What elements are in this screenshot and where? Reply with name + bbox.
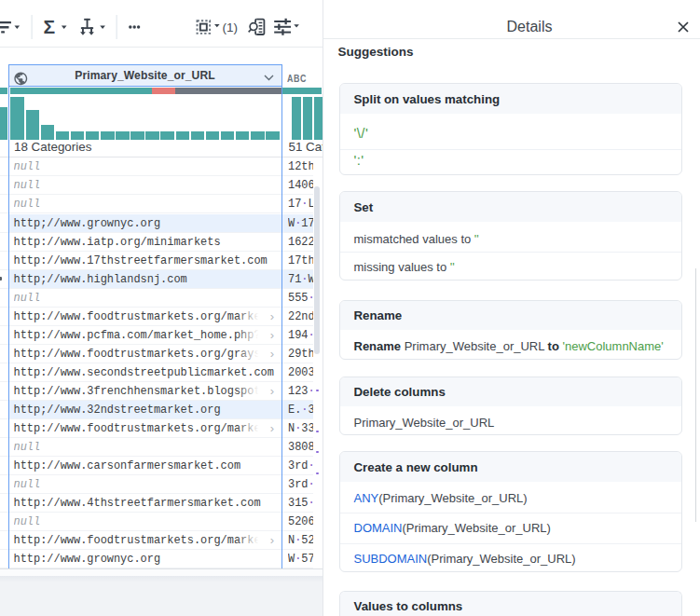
svg-text:(1): (1) [223,21,239,34]
svg-text:Σ: Σ [44,16,56,37]
